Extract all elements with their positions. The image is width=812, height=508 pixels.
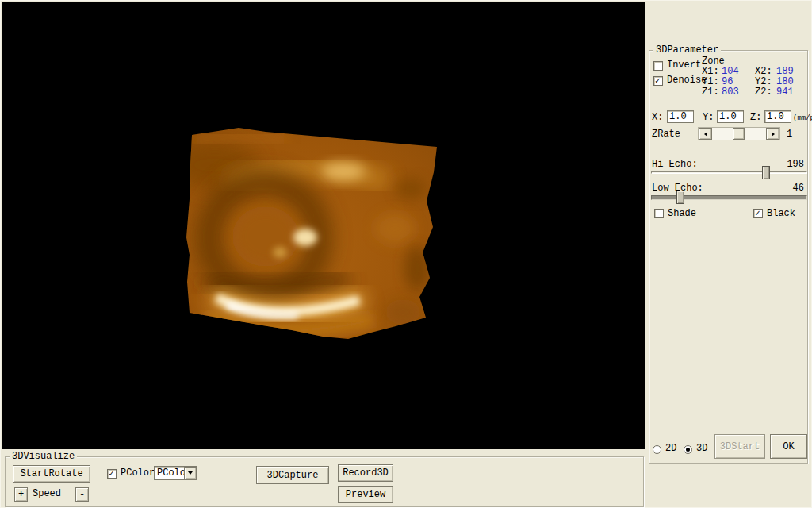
param-group-title: 3DParameter — [653, 44, 721, 56]
zrate-scroll-left-button[interactable] — [699, 128, 712, 140]
zone-z1-value: 803 — [722, 87, 739, 98]
denoise-checkbox[interactable] — [653, 76, 663, 86]
mode-3d-label: 3D — [696, 444, 707, 454]
3dstart-button[interactable]: 3DStart — [714, 434, 765, 459]
black-checkbox[interactable] — [753, 209, 763, 218]
pcolor-label: PColor — [121, 468, 155, 479]
shade-label: Shade — [668, 209, 696, 219]
param-groupbox: 3DParameter Invert Denoise Zone X1: 104 … — [649, 50, 808, 464]
app-window: 3DParameter Invert Denoise Zone X1: 104 … — [0, 0, 812, 508]
invert-label: Invert — [667, 60, 701, 71]
zone-z2-label: Z2: — [755, 87, 772, 98]
hi-echo-slider[interactable] — [651, 166, 807, 179]
pcolor-checkbox[interactable] — [107, 469, 117, 479]
mode-2d-label: 2D — [665, 444, 676, 454]
visualize-groupbox: 3DVisualize StartRotate PColor PColor 3D… — [5, 456, 644, 507]
start-rotate-button[interactable]: StartRotate — [13, 465, 90, 483]
ultrasound-volume — [2, 2, 645, 449]
scale-y-label: Y: — [703, 113, 714, 123]
low-echo-slider-thumb[interactable] — [676, 190, 684, 204]
scale-x-label: X: — [652, 113, 663, 123]
preview-button[interactable]: Preview — [338, 486, 393, 503]
denoise-label: Denoise — [667, 75, 707, 86]
low-echo-slider-track[interactable] — [651, 195, 807, 200]
zrate-value: 1 — [787, 129, 792, 140]
pcolor-dropdown-button[interactable] — [184, 467, 197, 479]
scale-x-input[interactable] — [667, 110, 694, 123]
arrow-right-icon — [772, 132, 775, 137]
arrow-left-icon — [704, 132, 707, 137]
black-label: Black — [767, 209, 795, 219]
3dcapture-button[interactable]: 3DCapture — [256, 466, 329, 484]
scale-y-input[interactable] — [717, 110, 744, 123]
low-echo-slider[interactable] — [651, 190, 807, 204]
speed-label: Speed — [33, 489, 61, 499]
speed-minus-button[interactable]: - — [75, 487, 89, 502]
render-viewport[interactable] — [2, 2, 645, 449]
mode-2d-radio[interactable] — [653, 445, 661, 454]
zrate-scrollbar-thumb[interactable] — [733, 128, 745, 140]
visualize-group-title: 3DVisualize — [10, 451, 77, 462]
scale-z-input[interactable] — [764, 110, 791, 123]
scale-unit-label: (mm/p) — [793, 114, 812, 124]
record3d-button[interactable]: Record3D — [338, 464, 393, 482]
speed-plus-button[interactable]: + — [14, 487, 28, 502]
zrate-scrollbar[interactable] — [698, 127, 780, 140]
chevron-down-icon — [188, 471, 193, 475]
pcolor-select[interactable]: PColor — [154, 466, 197, 480]
scale-z-label: Z: — [750, 113, 761, 123]
hi-echo-slider-track[interactable] — [651, 171, 807, 174]
zrate-scroll-right-button[interactable] — [766, 128, 779, 140]
hi-echo-slider-thumb[interactable] — [762, 166, 770, 179]
zrate-label: ZRate — [652, 129, 680, 140]
invert-checkbox[interactable] — [653, 61, 663, 71]
shade-checkbox[interactable] — [654, 209, 664, 218]
zone-z2-value: 941 — [776, 87, 794, 98]
mode-3d-radio[interactable] — [684, 445, 692, 454]
ok-button[interactable]: OK — [770, 434, 807, 459]
zone-z1-label: Z1: — [702, 87, 719, 98]
